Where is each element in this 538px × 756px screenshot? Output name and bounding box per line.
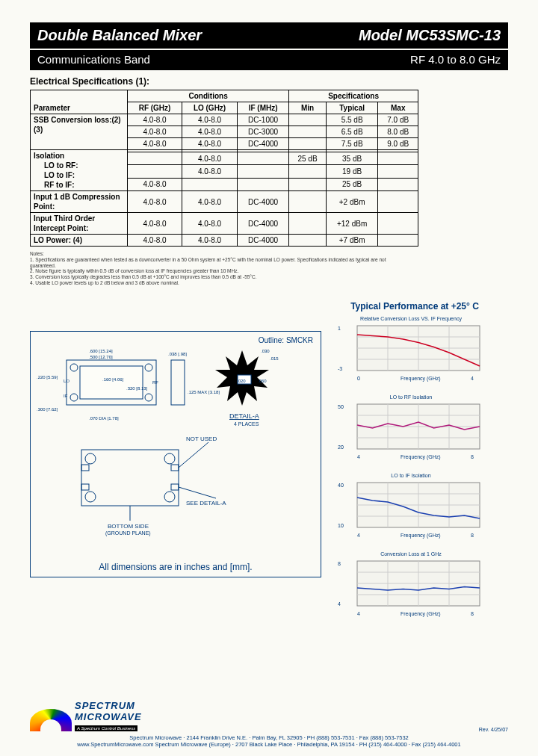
logo-line2: MICROWAVE (75, 711, 142, 722)
svg-text:.060: .060 (258, 379, 267, 383)
group-specs: Specifications (289, 90, 418, 102)
svg-text:Frequency (GHz): Frequency (GHz) (401, 454, 441, 460)
notes-heading: Notes: (30, 251, 404, 257)
rainbow-icon (30, 709, 72, 731)
svg-text:.015: .015 (270, 356, 279, 361)
band-label: Communications Band (37, 53, 150, 66)
svg-text:Frequency (GHz): Frequency (GHz) (401, 611, 441, 617)
svg-text:.600 [15.24]: .600 [15.24] (89, 349, 113, 353)
svg-rect-35 (171, 484, 179, 490)
svg-rect-16 (171, 360, 185, 405)
table-row: LO Power: (4)4.0-8.04.0-8.0DC-4000+7 dBm (31, 235, 418, 247)
logo-line1: SPECTRUM (75, 700, 142, 711)
svg-text:4: 4 (357, 611, 360, 616)
col-max: Max (378, 102, 418, 114)
svg-text:4: 4 (338, 601, 341, 607)
notes-block: Notes: 1. Specifications are guaranteed … (30, 251, 404, 286)
svg-text:(GROUND PLANE): (GROUND PLANE) (105, 530, 151, 536)
title-bar: Double Balanced Mixer Model MC53SMC-13 (30, 22, 508, 49)
svg-line-36 (179, 442, 208, 468)
table-row: Input Third Order Intercept Point:4.0-8.… (31, 213, 418, 235)
note-item: 2. Noise figure is typically within 0.5 … (30, 268, 404, 274)
subtitle-bar: Communications Band RF 4.0 to 8.0 GHz (30, 50, 508, 70)
freq-range: RF 4.0 to 8.0 GHz (410, 53, 501, 66)
svg-text:IF: IF (64, 394, 68, 398)
svg-text:.300 [7.62]: .300 [7.62] (37, 407, 58, 412)
svg-text:.125 MAX [3.18]: .125 MAX [3.18] (188, 390, 220, 394)
svg-text:50: 50 (338, 404, 344, 409)
svg-point-31 (164, 492, 175, 502)
svg-rect-34 (171, 465, 179, 471)
svg-text:Frequency (GHz): Frequency (GHz) (401, 533, 441, 539)
svg-text:RF: RF (152, 380, 158, 385)
chart-3: Conversion Loss at 1 GHz 48Frequency (GH… (336, 551, 486, 622)
svg-text:40: 40 (338, 483, 344, 488)
footer-address-2: www.SpectrumMicrowave.com Spectrum Micro… (30, 741, 508, 749)
note-item: 3. Conversion loss typically degrades le… (30, 274, 404, 280)
chart-0: Relative Conversion Loss VS. IF Frequenc… (336, 316, 486, 387)
logo-tagline: A Spectrum Control Business (75, 725, 137, 731)
product-title: Double Balanced Mixer (37, 27, 202, 44)
svg-text:4: 4 (357, 533, 360, 538)
svg-rect-27 (81, 450, 179, 506)
svg-rect-33 (81, 484, 89, 490)
svg-point-29 (164, 453, 175, 464)
svg-text:NOT USED: NOT USED (186, 436, 217, 442)
svg-rect-32 (81, 465, 89, 471)
outline-drawing: Outline: SMCKR .600 [15.24] .500 [12.70]… (30, 331, 321, 577)
col-min: Min (289, 102, 327, 114)
charts-title: Typical Performance at +25° C (336, 301, 493, 312)
svg-text:LO: LO (64, 379, 69, 383)
svg-text:.070 DIA [1.78]: .070 DIA [1.78] (89, 416, 119, 421)
col-typ: Typical (326, 102, 378, 114)
svg-point-4 (70, 394, 78, 401)
chart-2: LO to IF Isolation 48Frequency (GHz)4010 (336, 473, 486, 544)
table-row: SSB Conversion loss:(2)(3) 4.0-8.0 4.0-8… (31, 114, 418, 126)
svg-text:8: 8 (338, 561, 341, 566)
col-lo: LO (GHz) (182, 102, 238, 114)
svg-text:SEE DETAIL-A: SEE DETAIL-A (186, 500, 226, 506)
svg-rect-1 (80, 366, 143, 399)
charts-column: Typical Performance at +25° C Relative C… (336, 301, 493, 630)
table-row: Input 1 dB Compression Point:4.0-8.04.0-… (31, 191, 418, 213)
svg-text:8: 8 (471, 533, 474, 538)
svg-text:.030: .030 (261, 349, 270, 353)
footer-address-1: Spectrum Microwave · 2144 Franklin Drive… (30, 734, 508, 742)
svg-point-3 (145, 364, 152, 371)
svg-text:20: 20 (338, 444, 344, 450)
svg-text:4 PLACES: 4 PLACES (234, 421, 259, 427)
spec-table: Parameter Conditions Specifications RF (… (30, 90, 418, 247)
col-rf: RF (GHz) (128, 102, 182, 114)
mechanical-svg: .600 [15.24] .500 [12.70] .220 [5.59] .3… (37, 338, 313, 539)
svg-text:BOTTOM SIDE: BOTTOM SIDE (108, 523, 149, 530)
revision: Rev. 4/25/07 (479, 727, 508, 732)
svg-point-2 (70, 364, 78, 371)
svg-text:.020: .020 (237, 379, 246, 383)
col-if: IF (MHz) (237, 102, 288, 114)
svg-point-28 (85, 453, 96, 464)
svg-text:-3: -3 (338, 366, 342, 371)
spec-heading: Electrical Specifications (1): (30, 76, 508, 87)
model-number: Model MC53SMC-13 (359, 27, 501, 44)
group-conditions: Conditions (128, 90, 289, 102)
svg-text:Frequency (GHz): Frequency (GHz) (401, 376, 441, 382)
svg-text:DETAIL-A: DETAIL-A (229, 412, 259, 420)
svg-text:1: 1 (338, 326, 341, 331)
dimensions-note: All dimensions are in inches and [mm]. (31, 562, 321, 572)
svg-text:.500 [12.70]: .500 [12.70] (89, 355, 113, 359)
company-logo: SPECTRUM MICROWAVE A Spectrum Control Bu… (30, 700, 508, 731)
svg-text:.038 [.98]: .038 [.98] (168, 352, 187, 356)
note-item: 1. Specifications are guaranteed when te… (30, 257, 404, 269)
svg-text:4: 4 (357, 454, 360, 459)
svg-text:8: 8 (471, 611, 474, 616)
svg-text:.320 [8.13]: .320 [8.13] (126, 386, 148, 391)
svg-text:.160 [4.06]: .160 [4.06] (102, 377, 124, 382)
svg-point-5 (145, 394, 152, 401)
svg-text:4: 4 (471, 376, 474, 381)
note-item: 4. Usable LO power levels up to 2 dB bel… (30, 280, 404, 286)
svg-text:.220 [5.59]: .220 [5.59] (37, 375, 58, 379)
svg-text:0: 0 (357, 376, 360, 381)
footer: SPECTRUM MICROWAVE A Spectrum Control Bu… (30, 700, 508, 749)
svg-text:10: 10 (338, 523, 344, 528)
svg-text:8: 8 (471, 454, 474, 459)
